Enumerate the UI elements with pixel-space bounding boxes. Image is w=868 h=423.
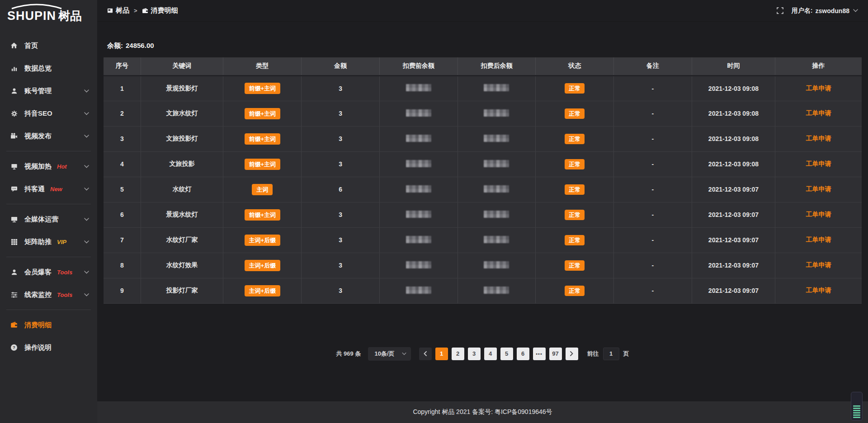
sidebar-item-data[interactable]: 数据总览 <box>0 57 97 80</box>
page-size-select[interactable]: 10条/页 <box>368 347 410 361</box>
cell-remark: - <box>614 202 692 227</box>
browser-extension-widget[interactable] <box>851 392 863 421</box>
cell-remark: - <box>614 101 692 126</box>
consumption-table-wrap: 序号关键词类型金额扣费前余额扣费后余额状态备注时间操作 1景观投影灯前缀+主词3… <box>104 57 862 304</box>
ticket-apply-link[interactable]: 工单申请 <box>806 109 831 117</box>
prev-page-button[interactable] <box>419 348 432 360</box>
breadcrumb-item-shupin[interactable]: 树品 <box>107 6 129 15</box>
logo-arc-icon <box>10 4 63 9</box>
cell-time: 2021-12-03 09:07 <box>692 177 775 202</box>
page-button-5[interactable]: 5 <box>500 348 513 360</box>
cell-balance-before <box>379 278 458 303</box>
sidebar-item-account[interactable]: 账号管理 <box>0 80 97 102</box>
page-ellipsis-button[interactable]: ••• <box>533 348 546 360</box>
sidebar-item-home[interactable]: 首页 <box>0 34 97 57</box>
cell-remark: - <box>614 278 692 303</box>
breadcrumb-item-consume[interactable]: 消费明细 <box>142 6 178 15</box>
sidebar-item-member[interactable]: 会员爆客Tools <box>0 261 97 283</box>
username-value: zswodun88 <box>816 7 849 14</box>
cell-type: 前缀+主词 <box>223 101 302 126</box>
cell-time: 2021-12-03 09:07 <box>692 227 775 253</box>
sidebar-item-publish[interactable]: 视频发布 <box>0 125 97 147</box>
page-button-3[interactable]: 3 <box>468 348 481 360</box>
masked-value <box>406 261 431 268</box>
page-button-6[interactable]: 6 <box>517 348 529 360</box>
type-badge: 前缀+主词 <box>245 108 281 119</box>
sidebar-badge: Hot <box>57 163 67 170</box>
page-button-4[interactable]: 4 <box>484 348 497 360</box>
ticket-apply-link[interactable]: 工单申请 <box>806 261 831 268</box>
cell-balance-before <box>379 101 458 126</box>
masked-value <box>406 135 431 142</box>
cell-remark: - <box>614 75 692 101</box>
column-header: 类型 <box>223 57 302 75</box>
cell-index: 2 <box>104 101 141 126</box>
ticket-apply-link[interactable]: 工单申请 <box>806 85 831 92</box>
next-page-button[interactable] <box>566 348 578 360</box>
masked-value <box>484 185 509 193</box>
wallet-icon <box>10 321 18 329</box>
page-button-97[interactable]: 97 <box>549 348 562 360</box>
fullscreen-icon[interactable] <box>777 7 783 14</box>
cell-balance-before <box>379 151 458 177</box>
sidebar-item-heat[interactable]: 视频加热Hot <box>0 155 97 178</box>
cell-status: 正常 <box>536 278 614 303</box>
cell-amount: 3 <box>302 126 380 151</box>
cell-balance-after <box>458 126 536 151</box>
cell-type: 主词+后缀 <box>223 253 302 278</box>
sidebar-item-consume[interactable]: 消费明细 <box>0 314 97 336</box>
sidebar-divider <box>6 257 91 257</box>
ticket-apply-link[interactable]: 工单申请 <box>806 160 831 167</box>
chevron-down-icon <box>84 293 89 296</box>
cell-type: 前缀+主词 <box>223 202 302 227</box>
sidebar-item-label: 视频发布 <box>24 132 52 141</box>
masked-value <box>406 84 431 91</box>
cell-time: 2021-12-03 09:08 <box>692 101 775 126</box>
ticket-apply-link[interactable]: 工单申请 <box>806 211 831 218</box>
cell-status: 正常 <box>536 227 614 253</box>
consumption-table: 序号关键词类型金额扣费前余额扣费后余额状态备注时间操作 1景观投影灯前缀+主词3… <box>104 57 862 304</box>
sidebar-item-help[interactable]: ?操作说明 <box>0 336 97 359</box>
ticket-apply-link[interactable]: 工单申请 <box>806 287 831 294</box>
svg-text:?: ? <box>13 345 15 350</box>
chevron-down-icon <box>84 165 89 168</box>
cell-remark: - <box>614 227 692 253</box>
ticket-apply-link[interactable]: 工单申请 <box>806 135 831 142</box>
table-row: 3文旅投影灯前缀+主词3正常-2021-12-03 09:08工单申请 <box>104 126 862 151</box>
status-badge: 正常 <box>565 184 585 195</box>
ticket-apply-link[interactable]: 工单申请 <box>806 236 831 243</box>
sidebar-badge: Tools <box>57 291 72 298</box>
sidebar-badge: VIP <box>57 239 66 245</box>
sidebar-item-matrix[interactable]: 矩阵助推VIP <box>0 230 97 253</box>
wallet-icon <box>142 8 148 14</box>
display-icon <box>10 163 18 170</box>
cell-action: 工单申请 <box>775 126 862 151</box>
page-button-1[interactable]: 1 <box>435 348 448 360</box>
user-menu[interactable]: 用户名: zswodun88 <box>792 7 858 15</box>
masked-value <box>484 109 509 117</box>
sidebar-item-seo[interactable]: 抖音SEO <box>0 102 97 125</box>
ticket-apply-link[interactable]: 工单申请 <box>806 185 831 193</box>
cell-action: 工单申请 <box>775 151 862 177</box>
masked-value <box>484 84 509 91</box>
masked-value <box>484 160 509 167</box>
cell-time: 2021-12-03 09:08 <box>692 126 775 151</box>
sidebar-item-clue[interactable]: 线索监控Tools <box>0 283 97 306</box>
footer: Copyright 树品 2021 备案号: 粤ICP备09019646号 <box>97 401 868 423</box>
status-badge: 正常 <box>565 235 585 245</box>
goto-page-input[interactable] <box>603 348 619 360</box>
table-row: 1景观投影灯前缀+主词3正常-2021-12-03 09:08工单申请 <box>104 75 862 101</box>
sidebar-item-label: 矩阵助推 <box>24 238 52 246</box>
sidebar-item-douketong[interactable]: 抖客通New <box>0 178 97 200</box>
cell-balance-after <box>458 151 536 177</box>
chevron-down-icon <box>84 89 89 93</box>
topbar-right: 用户名: zswodun88 <box>777 7 858 15</box>
sidebar-item-label: 会员爆客 <box>24 268 52 277</box>
column-header: 扣费后余额 <box>458 57 536 75</box>
table-header-row: 序号关键词类型金额扣费前余额扣费后余额状态备注时间操作 <box>104 57 862 75</box>
sidebar-item-media[interactable]: 全媒体运营 <box>0 208 97 230</box>
status-badge: 正常 <box>565 108 585 119</box>
cell-balance-after <box>458 75 536 101</box>
sidebar-item-label: 抖音SEO <box>24 109 52 118</box>
page-button-2[interactable]: 2 <box>452 348 464 360</box>
